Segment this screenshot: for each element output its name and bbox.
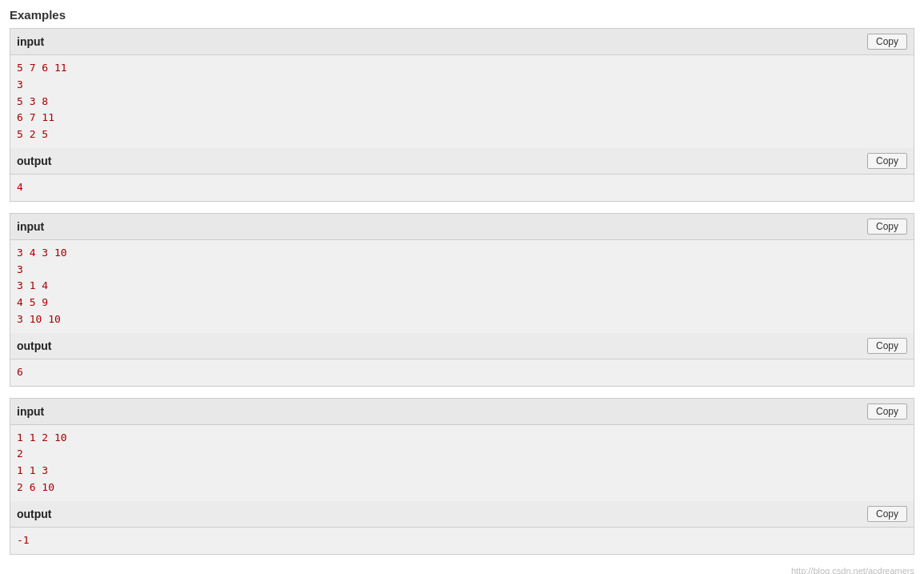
copy-output-button-3[interactable]: Copy [867, 506, 907, 522]
input-label-2: input [17, 220, 44, 233]
input-label-1: input [17, 35, 44, 48]
input-header-2: input Copy [10, 214, 914, 240]
input-content-2: 3 4 3 10 3 3 1 4 4 5 9 3 10 10 [10, 240, 914, 333]
input-content-3: 1 1 2 10 2 1 1 3 2 6 10 [10, 425, 914, 501]
copy-input-button-2[interactable]: Copy [867, 219, 907, 235]
output-label-3: output [17, 508, 52, 520]
output-content-3: -1 [10, 528, 914, 554]
output-header-1: output Copy [10, 148, 914, 175]
output-label-2: output [17, 339, 52, 352]
copy-output-button-2[interactable]: Copy [867, 338, 907, 354]
input-header-1: input Copy [10, 29, 914, 55]
input-content-1: 5 7 6 11 3 5 3 8 6 7 11 5 2 5 [10, 55, 914, 148]
output-header-3: output Copy [10, 501, 914, 528]
input-header-3: input Copy [10, 399, 914, 425]
copy-input-button-3[interactable]: Copy [867, 403, 907, 419]
page-title: Examples [10, 8, 914, 22]
input-label-3: input [17, 405, 44, 418]
example-block-2: input Copy 3 4 3 10 3 3 1 4 4 5 9 3 10 1… [10, 213, 914, 387]
watermark: http://blog.csdn.net/acdreamers [10, 566, 914, 574]
output-content-2: 6 [10, 359, 914, 386]
output-content-1: 4 [10, 175, 914, 201]
output-header-2: output Copy [10, 333, 914, 359]
example-block-1: input Copy 5 7 6 11 3 5 3 8 6 7 11 5 2 5… [10, 28, 914, 202]
example-block-3: input Copy 1 1 2 10 2 1 1 3 2 6 10 outpu… [10, 398, 914, 555]
output-label-1: output [17, 155, 52, 167]
copy-output-button-1[interactable]: Copy [867, 153, 907, 169]
copy-input-button-1[interactable]: Copy [867, 34, 907, 50]
